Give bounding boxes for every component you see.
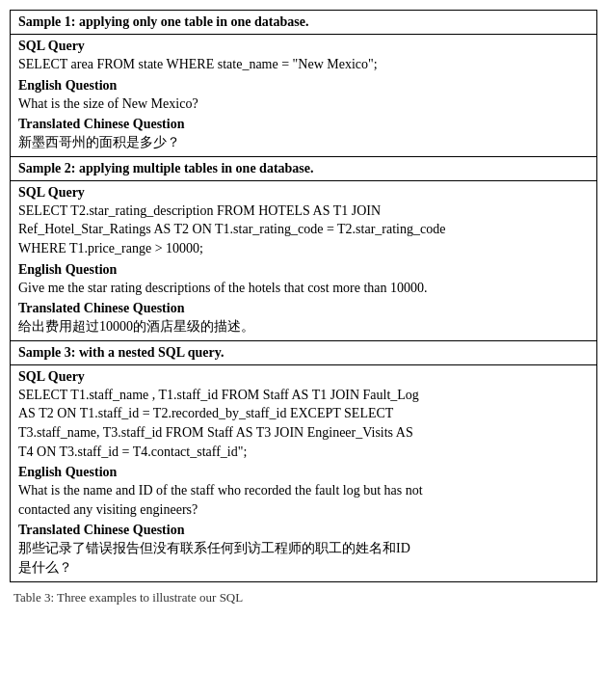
sample-1-header: Sample 1: applying only one table in one…	[11, 11, 596, 35]
sample-2-chinese-label: Translated Chinese Question	[18, 301, 589, 316]
sample-2-chinese-text: 给出费用超过10000的酒店星级的描述。	[18, 317, 589, 337]
footer-note: Table 3: Three examples to illustrate ou…	[10, 590, 597, 606]
sample-3-chinese-text: 那些记录了错误报告但没有联系任何到访工程师的职工的姓名和ID是什么？	[18, 539, 589, 577]
sample-2-body: SQL Query SELECT T2.star_rating_descript…	[11, 181, 596, 341]
sample-2-english-text: Give me the star rating descriptions of …	[18, 279, 589, 298]
sample-3-header-text: Sample 3: with a nested SQL query.	[18, 345, 224, 360]
sample-3-english-label: English Question	[18, 465, 589, 480]
sample-3-body: SQL Query SELECT T1.staff_name , T1.staf…	[11, 365, 596, 581]
sample-1-chinese-label: Translated Chinese Question	[18, 117, 589, 132]
sample-3-chinese-label: Translated Chinese Question	[18, 523, 589, 538]
sample-2-header: Sample 2: applying multiple tables in on…	[11, 157, 596, 181]
sample-3-sql-label: SQL Query	[18, 369, 589, 385]
sample-2-header-text: Sample 2: applying multiple tables in on…	[18, 161, 314, 175]
sample-1-english-label: English Question	[18, 78, 589, 94]
sample-3-sql-text: SELECT T1.staff_name , T1.staff_id FROM …	[18, 386, 589, 461]
sample-2-english-label: English Question	[18, 262, 589, 278]
main-table: Sample 1: applying only one table in one…	[10, 10, 597, 582]
sample-2-sql-text: SELECT T2.star_rating_description FROM H…	[18, 202, 589, 258]
sample-1-sql-label: SQL Query	[18, 39, 589, 54]
sample-1-header-text: Sample 1: applying only one table in one…	[18, 14, 308, 29]
sample-1-body: SQL Query SELECT area FROM state WHERE s…	[11, 35, 596, 157]
sample-3-english-text: What is the name and ID of the staff who…	[18, 481, 589, 519]
sample-1-chinese-text: 新墨西哥州的面积是多少？	[18, 133, 589, 152]
sample-3-header: Sample 3: with a nested SQL query.	[11, 341, 596, 365]
sample-1-sql-text: SELECT area FROM state WHERE state_name …	[18, 55, 589, 74]
sample-1-english-text: What is the size of New Mexico?	[18, 94, 589, 114]
sample-2-sql-label: SQL Query	[18, 185, 589, 201]
footer-text: Table 3: Three examples to illustrate ou…	[13, 590, 243, 605]
